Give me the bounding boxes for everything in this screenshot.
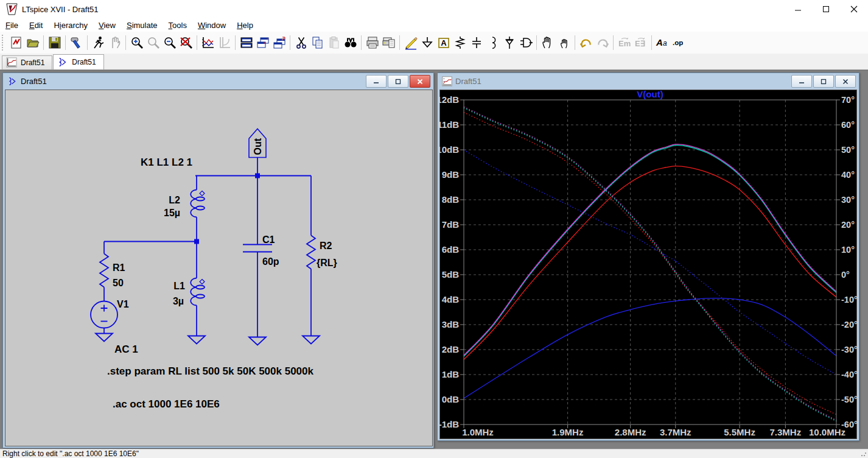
- toolbar-grip[interactable]: [2, 35, 5, 51]
- menu-help[interactable]: Help: [231, 19, 259, 31]
- schematic-minimize-button[interactable]: [366, 75, 387, 88]
- svg-text:A: A: [441, 38, 447, 48]
- zoom-out-button[interactable]: [161, 35, 178, 51]
- waveform-plot-canvas[interactable]: V(out) 12dB70°11dB60°10dB50°9dB40°8dB30°…: [439, 90, 857, 439]
- r1-name-label[interactable]: R1: [113, 262, 125, 273]
- waveform-minimize-button[interactable]: [791, 75, 812, 88]
- copy-button[interactable]: [309, 35, 326, 51]
- voltage-source-v1-symbol[interactable]: [91, 301, 117, 328]
- menu-edit[interactable]: Edit: [24, 19, 48, 31]
- find-button[interactable]: [342, 35, 359, 51]
- menu-window[interactable]: Window: [192, 19, 231, 31]
- capacitor-button[interactable]: [468, 35, 485, 51]
- schematic-window-titlebar[interactable]: Draft51: [5, 73, 432, 90]
- status-text: Right click to edit ".ac oct 1000 1E6 10…: [2, 449, 139, 458]
- move-button[interactable]: [539, 35, 556, 51]
- svg-text:0°: 0°: [841, 270, 850, 280]
- menu-file[interactable]: File: [0, 19, 24, 31]
- v1-ac-value-label[interactable]: AC 1: [114, 344, 138, 355]
- menu-tools[interactable]: Tools: [163, 19, 192, 31]
- schematic-doc-icon: [7, 76, 18, 86]
- l2-value-label[interactable]: 15µ: [164, 208, 180, 218]
- out-net-flag[interactable]: Out: [249, 129, 266, 158]
- mirror-icon: Em: [617, 35, 632, 50]
- diode-button[interactable]: [501, 35, 517, 51]
- l2-name-label[interactable]: L2: [169, 195, 180, 205]
- svg-text:7.3MHz: 7.3MHz: [770, 427, 802, 437]
- toolbar-separator: [87, 35, 88, 50]
- undo-button[interactable]: [578, 35, 594, 51]
- zoom-full-extents-icon: [146, 35, 161, 50]
- ground-button[interactable]: [419, 35, 435, 51]
- inductor-l1-symbol[interactable]: [191, 278, 205, 306]
- waveform-restore-button[interactable]: [813, 75, 834, 88]
- print-preview-button[interactable]: [380, 35, 397, 51]
- resize-grip[interactable]: [861, 451, 867, 457]
- trace-v-out-run3-magnitude: [464, 166, 836, 360]
- r1-value-label[interactable]: 50: [113, 278, 124, 288]
- drag-button[interactable]: [556, 35, 572, 51]
- zoom-in-button[interactable]: [128, 35, 145, 51]
- svg-text:a: a: [663, 39, 667, 48]
- new-schematic-button[interactable]: [8, 35, 24, 51]
- menu-hierarchy[interactable]: Hierarchy: [48, 19, 93, 31]
- c1-value-label[interactable]: 60p: [262, 256, 279, 267]
- cut-button[interactable]: [293, 35, 309, 51]
- net-label-button[interactable]: A: [435, 35, 452, 51]
- ltspice-app: LTspice XVII - Draft51 FileEditHierarchy…: [0, 0, 868, 458]
- app-minimize-button[interactable]: [784, 0, 812, 18]
- app-close-button[interactable]: [840, 0, 868, 18]
- app-maximize-button[interactable]: [812, 0, 840, 18]
- capacitor-icon: [469, 35, 484, 50]
- activate-window-button[interactable]: [271, 35, 287, 51]
- svg-text:-1dB: -1dB: [439, 419, 459, 429]
- waveform-window-titlebar[interactable]: Draft51: [439, 73, 857, 90]
- l1-name-label[interactable]: L1: [173, 281, 185, 291]
- ac-directive[interactable]: .ac oct 1000 1E6 10E6: [113, 398, 220, 410]
- control-panel-button[interactable]: [68, 35, 85, 51]
- inductor-l2-symbol[interactable]: [191, 190, 205, 217]
- component-button[interactable]: [517, 35, 534, 51]
- text-button[interactable]: Aa: [654, 35, 671, 51]
- tile-windows-button[interactable]: [238, 35, 254, 51]
- step-directive[interactable]: .step param RL list 500 5k 50K 500k 5000…: [107, 365, 313, 377]
- resistor-r1-symbol[interactable]: [100, 254, 108, 287]
- tab-schematic-draft51[interactable]: Draft51: [53, 54, 103, 69]
- v1-name-label[interactable]: V1: [117, 299, 129, 309]
- c1-name-label[interactable]: C1: [262, 234, 275, 245]
- cascade-windows-button[interactable]: [254, 35, 271, 51]
- resistor-button[interactable]: [452, 35, 468, 51]
- resistor-r2-symbol[interactable]: [307, 236, 315, 269]
- spice-directive-icon: .op: [672, 35, 687, 50]
- plot-trace-title[interactable]: V(out): [637, 90, 663, 99]
- svg-text:11dB: 11dB: [439, 119, 459, 130]
- menu-simulate[interactable]: Simulate: [121, 19, 163, 31]
- autorange-button[interactable]: [200, 35, 216, 51]
- l1-value-label[interactable]: 3µ: [173, 296, 184, 306]
- undo-icon: [579, 35, 593, 50]
- schematic-close-button[interactable]: [410, 75, 430, 88]
- zoom-fit-button[interactable]: [178, 35, 194, 51]
- r2-name-label[interactable]: R2: [320, 241, 332, 251]
- control-panel-icon: [69, 35, 84, 50]
- redo-icon: [595, 35, 610, 50]
- tab-waveform-draft51[interactable]: Draft51: [2, 55, 52, 69]
- r2-value-label[interactable]: {RL}: [317, 258, 337, 268]
- open-button[interactable]: [24, 35, 41, 51]
- copy-icon: [310, 35, 325, 50]
- menu-view[interactable]: View: [93, 19, 121, 31]
- toolbar-separator: [575, 35, 575, 50]
- mutual-inductance-statement[interactable]: K1 L1 L2 1: [141, 157, 192, 168]
- waveform-close-button[interactable]: [835, 75, 856, 88]
- draw-wire-button[interactable]: [402, 35, 419, 51]
- paste-icon: [327, 35, 341, 50]
- capacitor-c1-symbol[interactable]: [243, 245, 272, 252]
- schematic-restore-button[interactable]: [388, 75, 408, 88]
- save-button[interactable]: [46, 35, 63, 51]
- inductor-button[interactable]: [485, 35, 501, 51]
- spice-directive-button[interactable]: .op: [671, 35, 687, 51]
- run-button[interactable]: [90, 35, 107, 51]
- print-button[interactable]: [364, 35, 380, 51]
- schematic-canvas[interactable]: Out: [5, 90, 433, 446]
- svg-text:E∃: E∃: [635, 39, 645, 48]
